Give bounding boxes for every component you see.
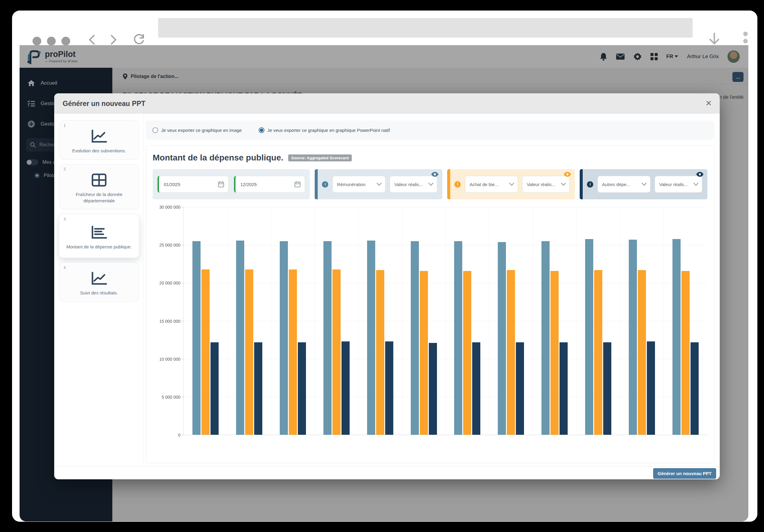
step-card-1[interactable]: 1Evolution des subventions. xyxy=(59,120,139,160)
bar-rémunération[interactable] xyxy=(192,241,201,435)
y-tick-mark xyxy=(182,359,184,359)
series-filter-panel-2: iAchat de bie...Valeur réalis... xyxy=(447,169,575,199)
bar-autres-dépe-[interactable] xyxy=(690,342,699,435)
bar-autres-dépe-[interactable] xyxy=(341,341,350,435)
bar-achat-de-bie-[interactable] xyxy=(463,271,471,435)
bar-rémunération[interactable] xyxy=(585,239,593,435)
radio-icon[interactable] xyxy=(259,127,265,133)
export-option-2[interactable]: Je veux exporter ce graphique en graphiq… xyxy=(259,127,390,133)
series-color-bar xyxy=(315,169,318,199)
source-badge: Source: Aggregated Scorecard xyxy=(288,154,352,161)
info-icon[interactable]: i xyxy=(587,181,593,188)
bar-rémunération[interactable] xyxy=(323,241,331,435)
y-tick-label: 30 000 000 xyxy=(159,205,180,210)
bar-achat-de-bie-[interactable] xyxy=(245,269,253,435)
generate-ppt-button[interactable]: Générer un nouveau PPT xyxy=(653,468,716,479)
bar-autres-dépe-[interactable] xyxy=(211,342,219,435)
bar-autres-dépe-[interactable] xyxy=(603,342,611,435)
bar-group-6 xyxy=(402,207,446,435)
bar-rémunération[interactable] xyxy=(498,242,506,435)
series-filter-panel-1: iRémunérationValeur réalis... xyxy=(315,169,442,199)
bar-autres-dépe-[interactable] xyxy=(472,342,480,435)
date-from-input[interactable]: 01/2025 xyxy=(157,176,229,193)
filter-row: 01/2025 12/2025 iRémunérationValeur réal… xyxy=(153,169,707,199)
bar-rémunération[interactable] xyxy=(236,241,244,435)
step-card-2[interactable]: 2Fraîcheur de la donnée départementale xyxy=(59,164,139,210)
bar-achat-de-bie-[interactable] xyxy=(201,269,210,435)
divider xyxy=(143,114,143,479)
bar-achat-de-bie-[interactable] xyxy=(681,271,689,435)
screenshot-canvas: proPilot — Powered by dFakto xyxy=(0,0,764,532)
y-tick-mark xyxy=(182,245,184,246)
step-card-3[interactable]: 3Montant de la dépense publique. xyxy=(59,214,139,258)
indicator-select[interactable]: Rémunération xyxy=(332,176,385,193)
step-number: 4 xyxy=(64,265,66,270)
bar-rémunération[interactable] xyxy=(629,240,637,435)
bar-achat-de-bie-[interactable] xyxy=(507,270,515,435)
step-card-4[interactable]: 4Suivi des résultats. xyxy=(59,263,139,302)
bar-autres-dépe-[interactable] xyxy=(647,341,655,435)
bar-rémunération[interactable] xyxy=(280,241,288,435)
radio-label: Je veux exporter ce graphique en image xyxy=(161,128,242,133)
bar-rémunération[interactable] xyxy=(411,241,419,435)
indicator-select[interactable]: Achat de bie... xyxy=(465,176,518,193)
bar-group-3 xyxy=(271,207,315,435)
bar-group-10 xyxy=(576,207,620,435)
hbar-chart-icon xyxy=(91,226,107,239)
bar-group-11 xyxy=(620,207,664,435)
address-bar[interactable] xyxy=(158,18,693,38)
info-icon[interactable]: i xyxy=(455,181,461,188)
bar-group-5 xyxy=(358,207,402,435)
info-icon[interactable]: i xyxy=(322,181,328,188)
bar-achat-de-bie-[interactable] xyxy=(550,271,559,435)
bar-autres-dépe-[interactable] xyxy=(254,342,262,435)
radio-icon[interactable] xyxy=(152,127,158,133)
bar-autres-dépe-[interactable] xyxy=(560,342,568,435)
reload-icon[interactable] xyxy=(132,32,146,46)
y-tick-mark xyxy=(182,397,184,397)
bar-autres-dépe-[interactable] xyxy=(429,343,437,435)
bar-chart: 05 000 00010 000 00015 000 00020 000 000… xyxy=(153,207,707,448)
bar-group-8 xyxy=(489,207,533,435)
bar-autres-dépe-[interactable] xyxy=(298,342,306,435)
visibility-eye-icon[interactable] xyxy=(696,172,704,177)
bar-achat-de-bie-[interactable] xyxy=(332,269,341,435)
generate-ppt-modal: Générer un nouveau PPT ✕ 1Evolution des … xyxy=(54,93,720,479)
bar-autres-dépe-[interactable] xyxy=(516,342,524,435)
window-dot[interactable] xyxy=(47,37,56,46)
export-option-1[interactable]: Je veux exporter ce graphique en image xyxy=(152,127,242,133)
bar-achat-de-bie-[interactable] xyxy=(594,270,602,435)
close-icon[interactable]: ✕ xyxy=(705,99,712,108)
bar-achat-de-bie-[interactable] xyxy=(289,269,297,435)
bar-rémunération[interactable] xyxy=(454,241,462,435)
y-tick-label: 0 xyxy=(178,433,180,438)
chart-card: Montant de la dépense publique. Source: … xyxy=(146,145,714,463)
step-label: Suivi des résultats. xyxy=(64,290,135,296)
y-tick-label: 20 000 000 xyxy=(159,280,180,285)
value-type-select[interactable]: Valeur réalis... xyxy=(390,176,437,193)
value-type-select[interactable]: Valeur réalis... xyxy=(522,176,570,193)
series-filter-panel-3: iAutres dépe...Valeur réalis... xyxy=(580,169,707,199)
step-number: 1 xyxy=(64,123,66,128)
window-dot[interactable] xyxy=(62,37,70,46)
value-type-select[interactable]: Valeur réalis... xyxy=(655,176,702,193)
bar-achat-de-bie-[interactable] xyxy=(420,271,428,435)
date-to-input[interactable]: 12/2025 xyxy=(234,176,305,193)
step-label: Fraîcheur de la donnée départementale xyxy=(64,192,135,204)
back-icon[interactable] xyxy=(87,33,97,46)
date-from-value: 01/2025 xyxy=(164,182,180,187)
visibility-eye-icon[interactable] xyxy=(563,172,571,177)
bar-achat-de-bie-[interactable] xyxy=(638,270,646,435)
indicator-select[interactable]: Autres dépe... xyxy=(598,176,651,193)
bar-rémunération[interactable] xyxy=(672,239,680,435)
step-number: 2 xyxy=(64,167,66,171)
bar-autres-dépe-[interactable] xyxy=(385,341,393,435)
bar-rémunération[interactable] xyxy=(367,241,375,435)
forward-icon[interactable] xyxy=(108,33,119,46)
bar-achat-de-bie-[interactable] xyxy=(376,270,384,435)
window-controls[interactable] xyxy=(33,37,70,46)
window-dot[interactable] xyxy=(33,37,41,46)
modal-title: Générer un nouveau PPT xyxy=(54,100,145,108)
visibility-eye-icon[interactable] xyxy=(431,172,439,177)
bar-rémunération[interactable] xyxy=(541,241,550,435)
